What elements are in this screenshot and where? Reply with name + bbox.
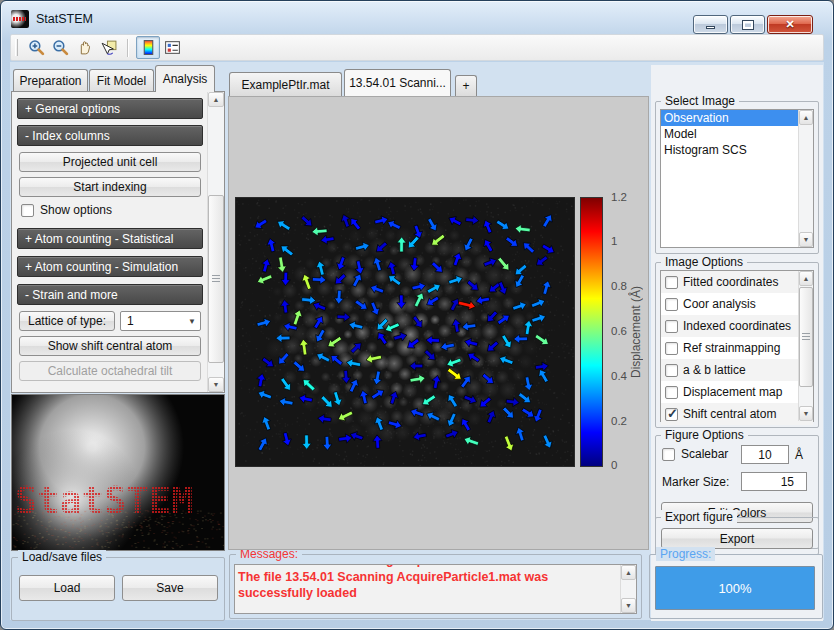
- section-index-columns[interactable]: - Index columns: [17, 125, 203, 146]
- displacement-map-plot[interactable]: [236, 198, 574, 466]
- pan-button[interactable]: [72, 36, 96, 59]
- option-label: Displacement map: [683, 385, 782, 399]
- load-save-group: Load/save files Load Save: [11, 557, 225, 621]
- image-options-scrollbar[interactable]: ▲ ▼: [798, 271, 813, 421]
- show-options-checkbox[interactable]: [21, 204, 34, 217]
- legend-toggle[interactable]: [160, 36, 184, 59]
- option-fitted-coordinates[interactable]: Fitted coordinates: [661, 271, 813, 293]
- figure-canvas-area: 1.2 1 0.8 0.6 0.4 0.2 0 Displacement (Å): [228, 96, 649, 550]
- indexed-coordinates-checkbox[interactable]: [665, 320, 678, 333]
- option-ab-lattice[interactable]: a & b lattice: [661, 359, 813, 381]
- messages-group: Messages: The file 13.54.01 Scanning Acq…: [229, 554, 642, 619]
- progress-legend: Progress:: [656, 547, 715, 561]
- scalebar-input[interactable]: [741, 445, 789, 464]
- left-panel-scrollbar[interactable]: ▲ ▼: [207, 92, 224, 392]
- scroll-up-icon[interactable]: ▲: [799, 271, 813, 286]
- tab-fit-model[interactable]: Fit Model: [89, 69, 154, 92]
- list-item-model[interactable]: Model: [661, 126, 813, 142]
- scroll-up-icon[interactable]: ▲: [208, 92, 224, 107]
- option-indexed-coordinates[interactable]: Indexed coordinates: [661, 315, 813, 337]
- scalebar-label: Scalebar: [681, 447, 728, 461]
- export-button[interactable]: Export: [661, 528, 813, 549]
- zoom-in-button[interactable]: [24, 36, 48, 59]
- section-atom-counting-simulation[interactable]: + Atom counting - Simulation: [17, 256, 203, 277]
- fitted-coordinates-checkbox[interactable]: [665, 276, 678, 289]
- displacement-map-checkbox[interactable]: [665, 386, 678, 399]
- option-coor-analysis[interactable]: Coor analysis: [661, 293, 813, 315]
- colorbar-axis-label: Displacement (Å): [628, 197, 644, 467]
- section-atom-counting-statistical[interactable]: + Atom counting - Statistical: [17, 228, 203, 249]
- pan-hand-icon: [76, 39, 93, 56]
- window-controls: ✕: [693, 15, 813, 34]
- section-general-options[interactable]: + General options: [17, 98, 203, 119]
- scalebar-row: Scalebar: [662, 447, 728, 461]
- load-button[interactable]: Load: [19, 575, 115, 601]
- list-item-histogram-scs[interactable]: Histogram SCS: [661, 142, 813, 158]
- close-icon: ✕: [785, 18, 794, 31]
- left-tab-bar: Preparation Fit Model Analysis: [11, 65, 225, 92]
- scrollbar-thumb[interactable]: [208, 195, 224, 363]
- analysis-panel: + General options - Index columns Projec…: [11, 91, 225, 393]
- title-bar[interactable]: StatSTEM: [11, 7, 613, 31]
- section-strain-and-more[interactable]: - Strain and more: [17, 284, 203, 305]
- messages-scrollbar[interactable]: ▲ ▼: [620, 565, 636, 613]
- option-displacement-map[interactable]: Displacement map: [661, 381, 813, 403]
- doc-tab-exampleptir[interactable]: ExamplePtIr.mat: [229, 72, 342, 96]
- save-button[interactable]: Save: [122, 575, 218, 601]
- show-options-label: Show options: [40, 203, 112, 217]
- show-shift-central-atom-button[interactable]: Show shift central atom: [19, 336, 201, 356]
- scroll-up-icon[interactable]: ▲: [621, 565, 636, 580]
- window-title: StatSTEM: [36, 12, 93, 26]
- doc-tab-scanning[interactable]: 13.54.01 Scanni...: [344, 69, 451, 96]
- option-ref-strainmapping[interactable]: Ref strainmapping: [661, 337, 813, 359]
- select-image-scrollbar[interactable]: ▲ ▼: [798, 110, 813, 247]
- zoom-out-icon: [52, 39, 69, 56]
- scroll-down-icon[interactable]: ▼: [799, 406, 813, 421]
- coor-analysis-checkbox[interactable]: [665, 298, 678, 311]
- progress-group: Progress: 100%: [649, 554, 823, 619]
- colorbar-toggle[interactable]: [136, 36, 160, 59]
- shift-central-atom-checkbox[interactable]: [665, 408, 678, 421]
- close-button[interactable]: ✕: [767, 15, 813, 34]
- select-image-legend: Select Image: [661, 94, 739, 108]
- maximize-button[interactable]: [730, 15, 765, 34]
- marker-size-input[interactable]: [741, 472, 807, 491]
- minimize-button[interactable]: [693, 15, 728, 34]
- start-indexing-button[interactable]: Start indexing: [19, 177, 201, 197]
- list-item-observation[interactable]: Observation: [661, 110, 813, 126]
- lattice-type-dropdown[interactable]: 1 ▼: [120, 311, 201, 331]
- scroll-down-icon[interactable]: ▼: [621, 598, 636, 613]
- maximize-icon: [743, 21, 753, 29]
- scroll-down-icon[interactable]: ▼: [208, 377, 224, 392]
- messages-previous-line: The file 13.54.01 Scanning AcquirePartic…: [238, 565, 614, 568]
- toolbar-grip[interactable]: [15, 39, 18, 56]
- statstem-logo: [11, 394, 225, 551]
- colorbar: [580, 197, 603, 467]
- doc-tab-add[interactable]: +: [455, 75, 477, 96]
- messages-box[interactable]: The file 13.54.01 Scanning AcquirePartic…: [234, 564, 637, 614]
- stem-image[interactable]: [235, 197, 575, 467]
- lattice-of-type-button[interactable]: Lattice of type:: [19, 311, 115, 331]
- chevron-down-icon: ▼: [188, 317, 196, 326]
- image-options-list: Fitted coordinates Coor analysis Indexed…: [660, 270, 814, 422]
- tab-preparation[interactable]: Preparation: [13, 69, 88, 92]
- ab-lattice-checkbox[interactable]: [665, 364, 678, 377]
- figure-options-legend: Figure Options: [661, 428, 748, 442]
- export-figure-legend: Export figure: [661, 510, 737, 524]
- projected-unit-cell-button[interactable]: Projected unit cell: [19, 152, 201, 172]
- legend-icon: [164, 39, 181, 56]
- zoom-out-button[interactable]: [48, 36, 72, 59]
- scroll-down-icon[interactable]: ▼: [799, 232, 813, 247]
- colorbar-icon: [140, 39, 157, 56]
- option-shift-central-atom[interactable]: Shift central atom: [661, 403, 813, 425]
- calculate-octahedral-tilt-button[interactable]: Calculate octahedral tilt: [19, 361, 201, 381]
- scalebar-unit: Å: [795, 448, 803, 462]
- scroll-up-icon[interactable]: ▲: [799, 110, 813, 125]
- option-label: Ref strainmapping: [683, 341, 780, 355]
- scalebar-checkbox[interactable]: [662, 448, 675, 461]
- data-cursor-button[interactable]: [96, 36, 120, 59]
- ref-strainmapping-checkbox[interactable]: [665, 342, 678, 355]
- tab-analysis[interactable]: Analysis: [155, 65, 215, 92]
- option-label: Shift central atom: [683, 407, 776, 421]
- scrollbar-thumb[interactable]: [799, 287, 813, 387]
